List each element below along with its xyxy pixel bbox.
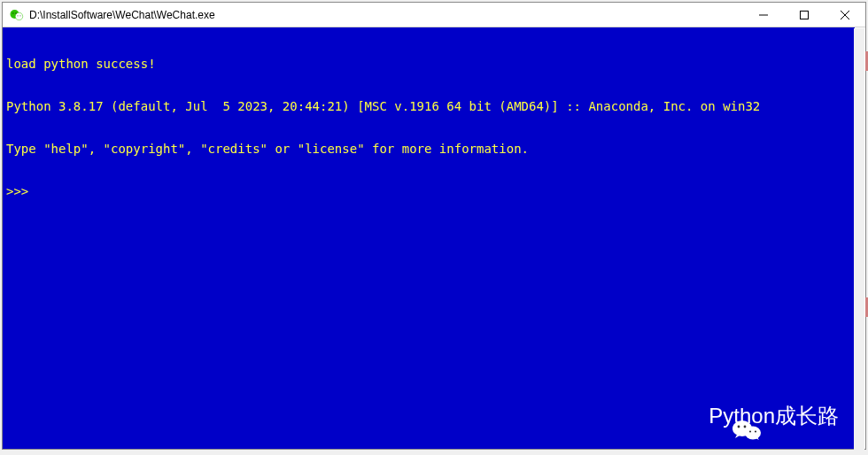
terminal-line: Python 3.8.17 (default, Jul 5 2023, 20:4… (6, 99, 851, 113)
svg-point-13 (743, 426, 746, 428)
maximize-icon (800, 11, 809, 19)
titlebar[interactable]: D:\InstallSoftware\WeChat\WeChat.exe (3, 3, 865, 27)
svg-point-14 (749, 430, 751, 432)
terminal-line: Type "help", "copyright", "credits" or "… (6, 142, 851, 156)
vertical-scrollbar[interactable] (854, 28, 864, 450)
wechat-icon (10, 8, 24, 22)
svg-rect-7 (801, 11, 809, 19)
app-window: D:\InstallSoftware\WeChat\WeChat.exe lo (2, 2, 866, 450)
minimize-button[interactable] (743, 3, 784, 27)
wechat-official-icon (671, 403, 701, 429)
window-controls (743, 3, 865, 27)
close-icon (841, 11, 849, 19)
maximize-button[interactable] (784, 3, 825, 27)
window-title: D:\InstallSoftware\WeChat\WeChat.exe (29, 9, 743, 21)
watermark-text: Python成长路 (709, 409, 839, 423)
terminal-prompt: >>> (6, 184, 851, 198)
svg-point-11 (745, 427, 761, 440)
terminal-area[interactable]: load python success! Python 3.8.17 (defa… (3, 27, 855, 449)
svg-point-15 (755, 430, 756, 432)
svg-point-10 (732, 420, 752, 436)
minimize-icon (759, 11, 768, 19)
svg-point-12 (737, 426, 740, 428)
svg-point-4 (17, 15, 18, 16)
svg-point-2 (12, 12, 14, 14)
svg-point-3 (15, 12, 17, 14)
svg-point-5 (19, 15, 20, 16)
close-button[interactable] (825, 3, 865, 27)
watermark: Python成长路 (671, 403, 839, 429)
terminal-line: load python success! (6, 57, 851, 71)
